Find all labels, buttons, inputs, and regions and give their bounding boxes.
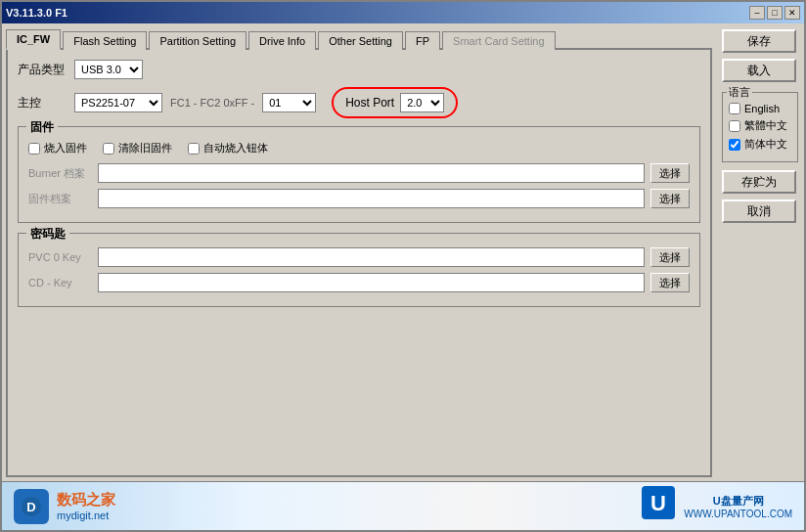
- footer-u-logo: U: [641, 485, 676, 527]
- auto-burn-checkbox-item[interactable]: 自动烧入钮体: [188, 141, 268, 155]
- main-area: IC_FW Flash Setting Partition Setting Dr…: [2, 23, 716, 481]
- firmware-file-label: 固件档案: [28, 192, 92, 206]
- tab-ic-fw[interactable]: IC_FW: [6, 29, 61, 50]
- svg-text:U: U: [650, 491, 666, 515]
- save-as-button[interactable]: 存贮为: [722, 170, 796, 194]
- tab-smart-card: Smart Card Setting: [442, 31, 556, 50]
- firmware-section: 固件 烧入固件 清除旧固件: [18, 126, 700, 223]
- host-port-group: Host Port 2.0: [332, 87, 458, 118]
- footer-logo-icon: D: [14, 489, 49, 524]
- main-window: V3.11.3.0 F1 – □ ✕ IC_FW Flash Setting P…: [0, 0, 806, 532]
- burn-firmware-checkbox[interactable]: [28, 143, 40, 155]
- host-port-label: Host Port: [345, 96, 394, 110]
- firmware-section-title: 固件: [26, 119, 58, 136]
- footer-right-title: U盘量产网: [713, 494, 764, 509]
- tab-fp[interactable]: FP: [405, 31, 440, 50]
- footer-right-url: WWW.UPANTOOL.COM: [684, 509, 792, 519]
- pvc-key-row: PVC 0 Key 选择: [28, 247, 690, 267]
- password-section-inner: PVC 0 Key 选择 CD - Key 选择: [28, 247, 690, 292]
- logo-svg: D: [21, 496, 42, 517]
- pvc-browse-button[interactable]: 选择: [650, 247, 690, 267]
- firmware-file-row: 固件档案 选择: [28, 189, 690, 208]
- main-ctrl-select[interactable]: PS2251-07: [74, 93, 162, 112]
- cd-browse-button[interactable]: 选择: [650, 273, 690, 292]
- cd-key-row: CD - Key 选择: [28, 273, 690, 292]
- lang-simplified-checkbox[interactable]: [729, 139, 740, 151]
- password-section: 密码匙 PVC 0 Key 选择 CD - Key 选择: [18, 233, 700, 307]
- tab-bar: IC_FW Flash Setting Partition Setting Dr…: [6, 27, 712, 50]
- tab-content: 产品类型 USB 3.0 主控 PS2251-07 FC1 - FC2 0xFF…: [6, 50, 712, 477]
- svg-text:D: D: [26, 500, 35, 514]
- language-box: 语言 English 繁體中文 简体中文: [722, 92, 798, 162]
- lang-traditional-label: 繁體中文: [744, 118, 787, 133]
- maximize-button[interactable]: □: [767, 6, 783, 20]
- minimize-button[interactable]: –: [749, 6, 765, 20]
- window-title: V3.11.3.0 F1: [6, 7, 67, 19]
- password-section-title: 密码匙: [26, 226, 69, 243]
- lang-traditional-option[interactable]: 繁體中文: [729, 118, 791, 133]
- cd-key-input[interactable]: [98, 273, 645, 292]
- pvc-key-input[interactable]: [98, 247, 645, 267]
- burner-file-input[interactable]: [98, 163, 645, 183]
- footer-subtitle: mydigit.net: [57, 510, 115, 521]
- fc-select[interactable]: 01: [262, 93, 316, 112]
- product-type-label: 产品类型: [18, 62, 67, 78]
- title-bar: V3.11.3.0 F1 – □ ✕: [2, 2, 804, 23]
- auto-burn-checkbox[interactable]: [188, 143, 200, 155]
- footer-right: U U盘量产网 WWW.UPANTOOL.COM: [641, 485, 792, 527]
- tab-flash-setting[interactable]: Flash Setting: [63, 31, 147, 50]
- footer-left: D 数码之家 mydigit.net: [14, 489, 115, 524]
- window-body: IC_FW Flash Setting Partition Setting Dr…: [2, 23, 804, 481]
- cd-key-label: CD - Key: [28, 277, 92, 288]
- fc-label: FC1 - FC2 0xFF -: [170, 97, 254, 109]
- lang-simplified-label: 简体中文: [744, 137, 787, 152]
- footer-right-text: U盘量产网 WWW.UPANTOOL.COM: [684, 494, 792, 519]
- footer-bar: D 数码之家 mydigit.net U U盘量产网 WWW.UPANTOOL.…: [2, 481, 804, 530]
- host-port-select[interactable]: 2.0: [400, 93, 444, 112]
- main-ctrl-row: 主控 PS2251-07 FC1 - FC2 0xFF - 01 Host Po…: [18, 87, 700, 118]
- language-title: 语言: [727, 85, 752, 100]
- burn-firmware-checkbox-item[interactable]: 烧入固件: [28, 141, 87, 155]
- lang-english-option[interactable]: English: [729, 103, 791, 114]
- tab-partition-setting[interactable]: Partition Setting: [149, 31, 246, 50]
- close-button[interactable]: ✕: [784, 6, 800, 20]
- window-controls: – □ ✕: [749, 6, 800, 20]
- tab-drive-info[interactable]: Drive Info: [248, 31, 316, 50]
- product-type-select[interactable]: USB 3.0: [74, 60, 143, 79]
- firmware-file-input[interactable]: [98, 189, 645, 208]
- load-button[interactable]: 载入: [722, 59, 796, 82]
- u-logo-svg: U: [641, 485, 676, 520]
- firmware-checkbox-row: 烧入固件 清除旧固件 自动烧入钮体: [28, 141, 690, 155]
- firmware-section-inner: 烧入固件 清除旧固件 自动烧入钮体 B: [28, 141, 690, 208]
- burner-file-row: Burner 档案 选择: [28, 163, 690, 183]
- lang-simplified-option[interactable]: 简体中文: [729, 137, 791, 152]
- right-panel: 保存 载入 语言 English 繁體中文 简体中文 存贮为 取消: [716, 23, 804, 481]
- lang-english-label: English: [744, 103, 780, 114]
- footer-title: 数码之家: [57, 491, 115, 510]
- cancel-button[interactable]: 取消: [722, 200, 796, 223]
- burner-file-label: Burner 档案: [28, 166, 92, 181]
- main-ctrl-label: 主控: [18, 95, 67, 111]
- product-type-row: 产品类型 USB 3.0: [18, 60, 700, 79]
- footer-text-group: 数码之家 mydigit.net: [57, 491, 115, 521]
- burner-browse-button[interactable]: 选择: [650, 163, 690, 183]
- lang-traditional-checkbox[interactable]: [729, 120, 740, 132]
- firmware-browse-button[interactable]: 选择: [650, 189, 690, 208]
- save-button[interactable]: 保存: [722, 29, 796, 53]
- pvc-key-label: PVC 0 Key: [28, 251, 92, 263]
- clear-old-checkbox[interactable]: [103, 143, 114, 155]
- clear-old-checkbox-item[interactable]: 清除旧固件: [103, 141, 172, 155]
- tab-other-setting[interactable]: Other Setting: [318, 31, 403, 50]
- lang-english-checkbox[interactable]: [729, 103, 740, 114]
